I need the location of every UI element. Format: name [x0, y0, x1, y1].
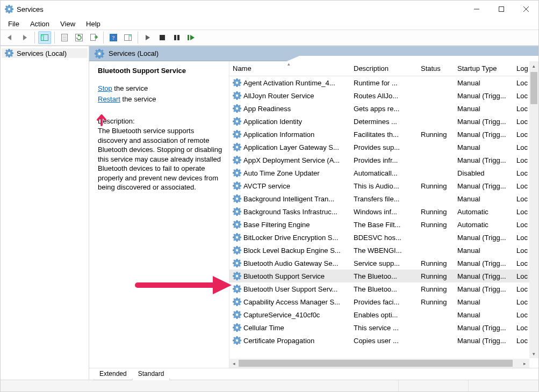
cell-status: Running [418, 298, 454, 306]
menu-action[interactable]: Action [25, 19, 55, 29]
menu-file[interactable]: File [3, 19, 25, 29]
table-row[interactable]: Base Filtering EngineThe Base Filt...Run… [229, 218, 538, 231]
table-body[interactable]: Agent Activation Runtime_4...Runtime for… [229, 76, 538, 368]
description-text: The Bluetooth service supports discovery… [98, 126, 224, 192]
table-row[interactable]: Background Intelligent Tran...Transfers … [229, 192, 538, 205]
close-button[interactable] [514, 1, 538, 17]
table-row[interactable]: Capability Access Manager S...Provides f… [229, 295, 538, 308]
window-title: Services [17, 5, 44, 13]
gear-icon [233, 297, 241, 306]
table-row[interactable]: Auto Time Zone UpdaterAutomaticall...Dis… [229, 166, 538, 179]
table-header: ▴ Name Description Status Startup Type L… [229, 61, 538, 76]
cell-name: Application Identity [243, 118, 302, 126]
back-button[interactable] [4, 31, 17, 44]
table-row[interactable]: Bluetooth User Support Serv...The Blueto… [229, 282, 538, 295]
scroll-up-icon[interactable]: ▴ [529, 61, 538, 70]
menu-view[interactable]: View [55, 19, 81, 29]
column-status[interactable]: Status [418, 61, 454, 76]
table-row[interactable]: CaptureService_410cf0cEnables opti...Man… [229, 308, 538, 321]
gear-icon [233, 91, 241, 100]
restart-service-button[interactable] [185, 31, 198, 44]
start-service-button[interactable] [141, 31, 154, 44]
cell-startup: Manual (Trigg... [454, 156, 513, 164]
cell-startup: Manual (Trigg... [454, 92, 513, 100]
tree-item-services-local[interactable]: Services (Local) [2, 48, 88, 58]
stop-service-link[interactable]: Stop [98, 84, 112, 92]
table-row[interactable]: Bluetooth Support ServiceThe Bluetoo...R… [229, 270, 538, 282]
pause-service-button[interactable] [170, 31, 183, 44]
gear-icon [233, 130, 241, 139]
restart-service-link[interactable]: Restart [98, 95, 120, 103]
gear-icon [233, 246, 241, 255]
maximize-button[interactable] [489, 1, 514, 17]
table-row[interactable]: Background Tasks Infrastruc...Windows in… [229, 205, 538, 218]
table-row[interactable]: Application InformationFacilitates th...… [229, 128, 538, 141]
table-row[interactable]: Application Layer Gateway S...Provides s… [229, 141, 538, 154]
table-row[interactable]: AVCTP serviceThis is Audio...RunningManu… [229, 179, 538, 192]
cell-description: The WBENGI... [350, 246, 418, 255]
help-button[interactable]: ? [107, 31, 120, 44]
svg-rect-16 [41, 35, 44, 37]
table-row[interactable]: AppX Deployment Service (A...Provides in… [229, 154, 538, 166]
toolbar: ? [1, 30, 538, 46]
cell-name: BitLocker Drive Encryption S... [243, 234, 338, 242]
content-area: Bluetooth Support Service Stop the servi… [89, 61, 538, 368]
scroll-left-icon[interactable]: ◂ [229, 359, 239, 368]
tab-standard[interactable]: Standard [132, 369, 170, 380]
vertical-scrollbar[interactable]: ▴ ▾ [529, 61, 538, 358]
status-bar [1, 380, 538, 391]
tree-item-label: Services (Local) [17, 49, 67, 57]
horizontal-scrollbar[interactable]: ◂ ▸ [229, 359, 529, 368]
cell-startup: Manual (Trigg... [454, 234, 513, 242]
menu-help[interactable]: Help [81, 19, 106, 29]
table-row[interactable]: Application IdentityDetermines ...Manual… [229, 115, 538, 128]
cell-name: Auto Time Zone Updater [243, 169, 320, 177]
scroll-right-icon[interactable]: ▸ [520, 359, 529, 368]
refresh-button[interactable] [73, 31, 85, 44]
table-row[interactable]: BitLocker Drive Encryption S...BDESVC ho… [229, 231, 538, 244]
gear-icon [233, 182, 241, 190]
table-row[interactable]: Block Level Backup Engine S...The WBENGI… [229, 244, 538, 257]
table-row[interactable]: App ReadinessGets apps re...ManualLoc [229, 102, 538, 115]
cell-startup: Manual [454, 246, 513, 255]
detail-pane: Bluetooth Support Service Stop the servi… [89, 61, 229, 368]
right-pane: Services (Local) Bluetooth Support Servi… [89, 46, 538, 380]
gear-icon [233, 194, 241, 203]
sort-asc-icon: ▴ [288, 61, 290, 67]
cell-name: Application Information [243, 130, 314, 139]
console-tree[interactable]: Services (Local) [1, 46, 89, 380]
scroll-thumb[interactable] [530, 72, 537, 104]
stop-suffix: the service [112, 84, 148, 92]
table-row[interactable]: Agent Activation Runtime_4...Runtime for… [229, 76, 538, 89]
cell-description: Automaticall... [350, 169, 418, 177]
cell-startup: Disabled [454, 169, 513, 177]
table-row[interactable]: AllJoyn Router ServiceRoutes AllJo...Man… [229, 89, 538, 102]
table-row[interactable]: Certificate PropagationCopies user ...Ma… [229, 334, 538, 347]
cell-description: Enables opti... [350, 311, 418, 319]
column-startup[interactable]: Startup Type [454, 61, 513, 76]
cell-startup: Manual (Trigg... [454, 182, 513, 190]
cell-startup: Manual [454, 298, 513, 306]
cell-name: Base Filtering Engine [243, 221, 310, 229]
show-hide-tree-button[interactable] [38, 31, 51, 44]
titlebar: Services [1, 1, 538, 18]
cell-name: Agent Activation Runtime_4... [243, 79, 335, 87]
cell-startup: Manual [454, 311, 513, 319]
properties-button[interactable] [58, 31, 71, 44]
tab-extended[interactable]: Extended [94, 369, 133, 380]
scroll-thumb-h[interactable] [239, 360, 513, 367]
cell-description: Transfers file... [350, 195, 418, 203]
gear-icon [233, 220, 241, 229]
stop-service-button[interactable] [156, 31, 169, 44]
table-row[interactable]: Bluetooth Audio Gateway Se...Service sup… [229, 257, 538, 270]
export-list-button[interactable] [87, 31, 100, 44]
minimize-button[interactable] [464, 1, 489, 17]
services-table: ▴ Name Description Status Startup Type L… [229, 61, 538, 368]
table-row[interactable]: Cellular TimeThis service ...Manual (Tri… [229, 321, 538, 334]
show-hide-action-pane-button[interactable] [121, 31, 134, 44]
column-description[interactable]: Description [350, 61, 418, 76]
forward-button[interactable] [18, 31, 31, 44]
cell-startup: Automatic [454, 208, 513, 216]
cell-startup: Manual (Trigg... [454, 285, 513, 293]
scroll-down-icon[interactable]: ▾ [529, 349, 538, 358]
